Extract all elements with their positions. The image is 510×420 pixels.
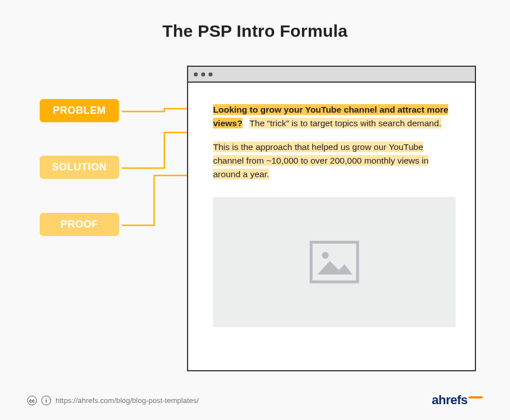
intro-paragraph-2: This is the approach that helped us grow… [213, 140, 456, 181]
intro-paragraph-1: Looking to grow your YouTube channel and… [213, 103, 456, 130]
cc-icon: cc [27, 396, 37, 405]
window-dot-icon [194, 72, 198, 76]
footer: cc i https://ahrefs.com/blog/blog-post-t… [27, 396, 199, 405]
proof-highlight: This is the approach that helped us grow… [213, 142, 428, 179]
window-dot-icon [209, 72, 212, 76]
brand-text: ahrefs [432, 393, 468, 407]
source-url: https://ahrefs.com/blog/blog-post-templa… [56, 396, 199, 405]
image-placeholder [213, 197, 456, 327]
browser-content: Looking to grow your YouTube channel and… [188, 83, 475, 340]
brand-accent-icon [469, 396, 483, 398]
svg-rect-3 [311, 242, 358, 282]
label-solution: SOLUTION [40, 156, 119, 179]
attribution-icon: i [41, 396, 51, 405]
browser-window: Looking to grow your YouTube channel and… [187, 66, 476, 371]
window-dot-icon [201, 72, 205, 76]
brand-logo: ahrefs [432, 393, 483, 408]
solution-highlight: The “trick” is to target topics with sea… [249, 118, 441, 128]
label-proof: PROOF [40, 213, 119, 236]
label-problem: PROBLEM [40, 99, 119, 122]
browser-titlebar [188, 67, 475, 83]
page-title: The PSP Intro Formula [0, 22, 510, 41]
image-icon [309, 241, 359, 284]
svg-point-4 [322, 252, 329, 259]
